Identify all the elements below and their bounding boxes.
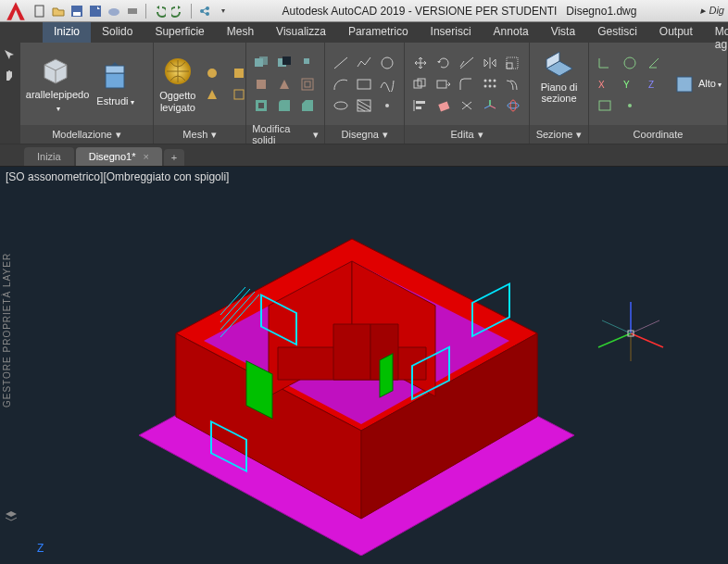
panel-title-coordinate[interactable]: Coordinate: [589, 125, 727, 144]
qat-dropdown-icon[interactable]: ▾: [215, 3, 232, 19]
tab-parametrico[interactable]: Parametrico: [337, 22, 420, 43]
polyline-icon[interactable]: [354, 54, 374, 72]
svg-rect-62: [380, 354, 393, 397]
close-tab-icon[interactable]: ×: [143, 151, 148, 162]
ucs-y-icon[interactable]: Y: [620, 75, 640, 94]
trim-icon[interactable]: [457, 54, 477, 72]
tab-solido[interactable]: Solido: [91, 22, 144, 43]
rectangle-icon[interactable]: [354, 75, 374, 94]
panel-title-mesh[interactable]: Mesh ▾: [154, 125, 245, 144]
tab-annota[interactable]: Annota: [483, 22, 540, 43]
layer-manager-icon[interactable]: [4, 509, 19, 526]
panel-title-edita[interactable]: Edita ▾: [405, 125, 529, 144]
estrudi-button[interactable]: Estrudi: [96, 60, 133, 107]
shell-icon[interactable]: [252, 96, 272, 115]
ucs-origin-icon[interactable]: [620, 96, 640, 115]
mesh-refine-icon[interactable]: [203, 85, 223, 104]
scale-icon[interactable]: [503, 54, 523, 72]
extrude-face-icon[interactable]: [252, 75, 272, 94]
3drotate-icon[interactable]: [503, 96, 523, 115]
svg-point-46: [508, 103, 519, 108]
tool-arrow-icon[interactable]: [3, 48, 18, 63]
parallelepipedo-button[interactable]: arallelepipedo: [26, 54, 90, 114]
tab-start[interactable]: Inizia: [24, 147, 74, 166]
svg-rect-54: [677, 77, 692, 92]
align-icon[interactable]: [410, 96, 431, 115]
model-3d[interactable]: [83, 185, 602, 556]
share-icon[interactable]: [196, 3, 213, 19]
tab-superficie[interactable]: Superficie: [144, 22, 215, 43]
union-icon[interactable]: [252, 54, 272, 72]
ucs-world-icon[interactable]: [620, 54, 640, 72]
tab-mesh[interactable]: Mesh: [216, 22, 265, 43]
3dmove-icon[interactable]: [480, 96, 500, 115]
ucs-gizmo[interactable]: [589, 296, 672, 370]
search-hint[interactable]: ▸ Dig: [687, 5, 724, 17]
svg-rect-10: [106, 66, 124, 73]
tab-disegno1[interactable]: Disegno1*×: [76, 147, 162, 166]
subtract-icon[interactable]: [275, 54, 295, 72]
copy-icon[interactable]: [410, 75, 431, 94]
rotate-icon[interactable]: [433, 54, 454, 72]
point-icon[interactable]: [377, 96, 397, 115]
add-tab-button[interactable]: +: [164, 149, 184, 166]
piano-sezione-button[interactable]: Piano di sezione: [535, 46, 583, 104]
taper-face-icon[interactable]: [275, 75, 295, 94]
viewport[interactable]: [SO assonometrico][Ombreggiato con spigo…: [0, 167, 728, 564]
mirror-icon[interactable]: [480, 54, 500, 72]
tab-vista[interactable]: Vista: [540, 22, 586, 43]
arc-icon[interactable]: [331, 75, 351, 94]
view-alto-button[interactable]: Alto: [674, 74, 722, 94]
new-icon[interactable]: [31, 3, 48, 19]
open-icon[interactable]: [50, 3, 67, 19]
svg-point-30: [385, 104, 389, 107]
ucs-prev-icon[interactable]: [645, 54, 665, 72]
save-icon[interactable]: [69, 3, 85, 19]
fillet-edge-icon[interactable]: [275, 96, 295, 115]
erase-icon[interactable]: [433, 96, 454, 115]
hatch-icon[interactable]: [354, 96, 374, 115]
fillet-icon[interactable]: [457, 75, 477, 94]
mesh-smooth-more-icon[interactable]: [203, 64, 223, 82]
tab-inizio[interactable]: Inizio: [43, 22, 91, 43]
tab-gestisci[interactable]: Gestisci: [586, 22, 648, 43]
array-icon[interactable]: [480, 75, 500, 94]
line-icon[interactable]: [331, 54, 351, 72]
svg-rect-35: [437, 81, 446, 88]
explode-icon[interactable]: [457, 96, 477, 115]
saveas-icon[interactable]: [87, 3, 104, 19]
oggetto-levigato-button[interactable]: Oggetto levigato: [159, 55, 195, 112]
ucs-x-icon[interactable]: X: [595, 75, 615, 94]
cloud-icon[interactable]: [106, 3, 122, 19]
ucs-icon[interactable]: [595, 54, 615, 72]
ucs-z-icon[interactable]: Z: [645, 75, 665, 94]
panel-title-disegna[interactable]: Disegna ▾: [325, 125, 404, 144]
tab-moduli[interactable]: Moduli aggiu: [704, 22, 728, 43]
stretch-icon[interactable]: [433, 75, 454, 94]
tab-visualizza[interactable]: Visualizza: [265, 22, 337, 43]
intersect-icon[interactable]: [298, 54, 319, 72]
undo-icon[interactable]: [151, 3, 168, 19]
move-icon[interactable]: [410, 54, 431, 72]
quick-access-toolbar: ▾: [31, 3, 232, 19]
redo-icon[interactable]: [169, 3, 186, 19]
layer-manager-tab[interactable]: GESTORE PROPRIETÀ LAYER: [2, 253, 12, 407]
viewport-label[interactable]: [SO assonometrico][Ombreggiato con spigo…: [6, 170, 229, 183]
svg-rect-31: [507, 63, 512, 69]
circle-icon[interactable]: [377, 54, 397, 72]
app-logo-icon: [4, 0, 28, 23]
plot-icon[interactable]: [124, 3, 141, 19]
offset-face-icon[interactable]: [298, 75, 319, 94]
chamfer-edge-icon[interactable]: [298, 96, 319, 115]
spline-icon[interactable]: [377, 75, 397, 94]
offset-icon[interactable]: [503, 75, 523, 94]
svg-rect-19: [304, 58, 309, 64]
panel-title-sezione[interactable]: Sezione ▾: [530, 125, 588, 144]
tab-inserisci[interactable]: Inserisci: [420, 22, 483, 43]
ucs-view-icon[interactable]: [595, 96, 615, 115]
panel-title-modellazione[interactable]: Modellazione ▾: [20, 125, 154, 144]
panel-title-modifica[interactable]: Modifica solidi ▾: [246, 125, 324, 144]
ellipse-icon[interactable]: [331, 96, 351, 115]
tab-output[interactable]: Output: [648, 22, 704, 43]
tool-hand-icon[interactable]: [3, 69, 18, 83]
